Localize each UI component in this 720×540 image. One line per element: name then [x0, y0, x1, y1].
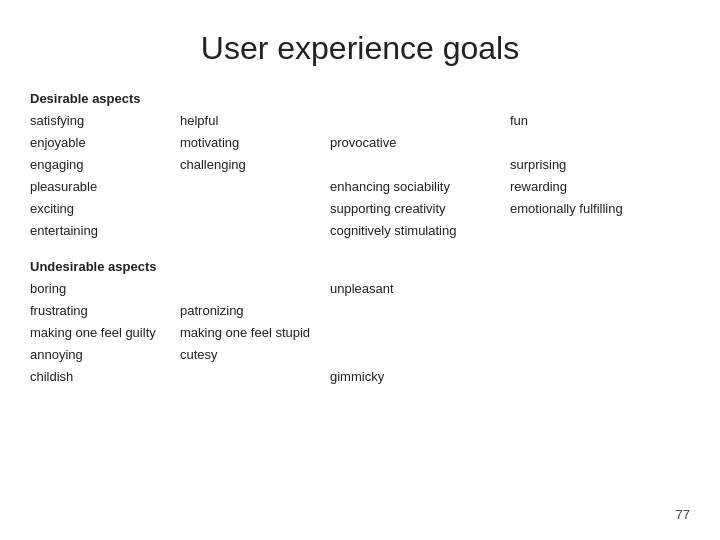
cell-blank1	[330, 110, 510, 132]
cell-blank17	[510, 366, 660, 388]
table-row: enjoyable motivating provocative	[30, 132, 690, 154]
cell-rewarding: rewarding	[510, 176, 660, 198]
cell-enhancing-sociability: enhancing sociability	[330, 176, 510, 198]
cell-entertaining: entertaining	[30, 220, 180, 242]
undesirable-section: Undesirable aspects boring unpleasant fr…	[30, 259, 690, 388]
cell-patronizing: patronizing	[180, 300, 330, 322]
cell-cognitively-stimulating: cognitively stimulating	[330, 220, 510, 242]
table-row: making one feel guilty making one feel s…	[30, 322, 690, 344]
cell-cutesy: cutesy	[180, 344, 330, 366]
cell-challenging: challenging	[180, 154, 330, 176]
table-row: childish gimmicky	[30, 366, 690, 388]
page-title: User experience goals	[30, 30, 690, 67]
cell-supporting-creativity: supporting creativity	[330, 198, 510, 220]
cell-blank15	[510, 344, 660, 366]
cell-boring: boring	[30, 278, 180, 300]
cell-blank6	[180, 220, 330, 242]
cell-blank10	[330, 300, 510, 322]
table-row: engaging challenging surprising	[30, 154, 690, 176]
cell-blank7	[510, 220, 660, 242]
cell-helpful: helpful	[180, 110, 330, 132]
cell-blank4	[180, 176, 330, 198]
page: User experience goals Desirable aspects …	[0, 0, 720, 540]
table-row: exciting supporting creativity emotional…	[30, 198, 690, 220]
page-number: 77	[676, 507, 690, 522]
cell-fun: fun	[510, 110, 660, 132]
cell-emotionally-fulfilling: emotionally fulfilling	[510, 198, 660, 220]
cell-blank3	[330, 154, 510, 176]
cell-blank11	[510, 300, 660, 322]
cell-pleasurable: pleasurable	[30, 176, 180, 198]
table-row: pleasurable enhancing sociability reward…	[30, 176, 690, 198]
cell-childish: childish	[30, 366, 180, 388]
cell-blank5	[180, 198, 330, 220]
cell-blank9	[510, 278, 660, 300]
table-row: frustrating patronizing	[30, 300, 690, 322]
cell-satisfying: satisfying	[30, 110, 180, 132]
cell-blank8	[180, 278, 330, 300]
cell-blank2	[510, 132, 660, 154]
table-row: boring unpleasant	[30, 278, 690, 300]
cell-making-feel-guilty: making one feel guilty	[30, 322, 180, 344]
cell-gimmicky: gimmicky	[330, 366, 510, 388]
desirable-section: Desirable aspects satisfying helpful fun…	[30, 91, 690, 243]
cell-annoying: annoying	[30, 344, 180, 366]
table-row: annoying cutesy	[30, 344, 690, 366]
cell-exciting: exciting	[30, 198, 180, 220]
cell-making-feel-stupid: making one feel stupid	[180, 322, 330, 344]
cell-blank16	[180, 366, 330, 388]
cell-blank12	[330, 322, 510, 344]
undesirable-label: Undesirable aspects	[30, 259, 690, 274]
cell-provocative: provocative	[330, 132, 510, 154]
cell-surprising: surprising	[510, 154, 660, 176]
table-row: satisfying helpful fun	[30, 110, 690, 132]
cell-engaging: engaging	[30, 154, 180, 176]
cell-blank13	[510, 322, 660, 344]
table-row: entertaining cognitively stimulating	[30, 220, 690, 242]
cell-enjoyable: enjoyable	[30, 132, 180, 154]
cell-unpleasant: unpleasant	[330, 278, 510, 300]
cell-motivating: motivating	[180, 132, 330, 154]
cell-frustrating: frustrating	[30, 300, 180, 322]
cell-blank14	[330, 344, 510, 366]
desirable-label: Desirable aspects	[30, 91, 690, 106]
